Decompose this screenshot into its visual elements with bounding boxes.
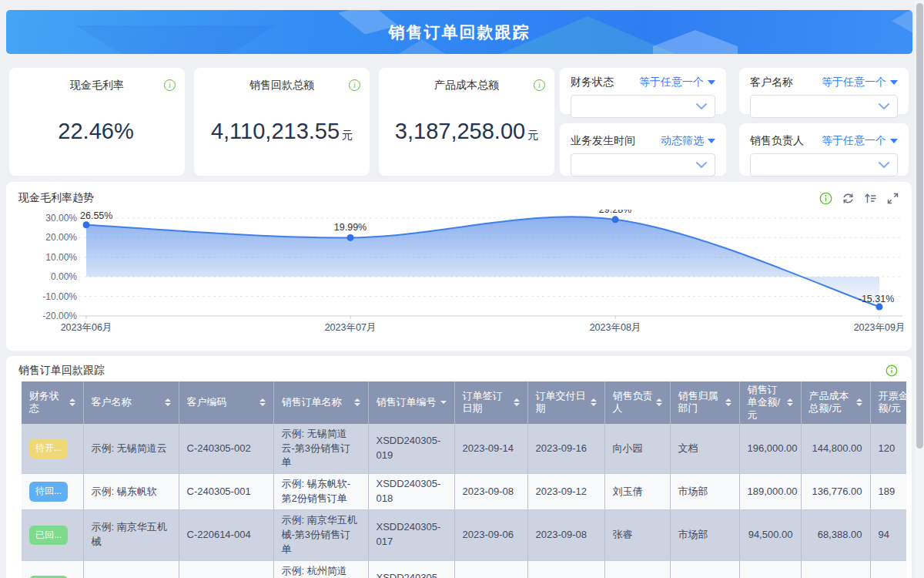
column-label: 订单交付日期 [536, 390, 588, 415]
scrollbar-thumb[interactable] [916, 3, 923, 449]
cell-dept: 市场部 [670, 509, 739, 560]
filter-business-time: 业务发生时间 动态筛选 [560, 123, 726, 176]
column-header-code[interactable]: 客户编码 [179, 381, 273, 424]
cell-cost: 136,776.00 [801, 474, 870, 510]
kpi-title: 产品成本总额 [379, 79, 554, 92]
column-header-cost[interactable]: 产品成本总额/元 [801, 381, 870, 424]
cell-customer: 示例: 无锡简道云 [83, 424, 179, 474]
info-icon[interactable]: i [349, 77, 360, 91]
sort-icon[interactable] [165, 398, 171, 406]
info-icon[interactable] [886, 365, 898, 377]
chart-title: 现金毛利率趋势 [18, 191, 94, 205]
column-label: 销售订单名称 [282, 396, 342, 408]
filter-select[interactable] [750, 95, 898, 118]
cell-owner: 刘玉倩 [604, 474, 670, 510]
cell-dept: 文档 [670, 424, 739, 474]
sort-icon[interactable] [591, 398, 597, 406]
kpi-title: 销售回款总额 [194, 79, 370, 92]
column-label: 销售归属部门 [678, 390, 722, 415]
cell-owner: 向小园 [604, 424, 670, 474]
cell-order_name: 示例: 南京华五机械-第3份销售订单 [273, 509, 368, 560]
column-label: 产品成本总额/元 [809, 390, 853, 415]
filter-select[interactable] [571, 153, 715, 176]
filter-select[interactable] [750, 153, 898, 176]
filter-select[interactable] [571, 95, 715, 118]
sort-icon[interactable] [787, 398, 793, 406]
cell-order_no: XSDD240305-019 [368, 424, 454, 474]
expand-icon[interactable] [886, 192, 899, 205]
svg-text:-20.00%: -20.00% [42, 311, 77, 321]
cell-status: 已回... [22, 509, 83, 560]
cell-code: C-240305-002 [179, 424, 273, 474]
sort-icon[interactable] [725, 398, 732, 406]
orders-table: 财务状态客户名称客户编码销售订单名称销售订单编号订单签订日期订单交付日期销售负责… [22, 381, 906, 578]
cell-code: C-220614-004 [179, 509, 273, 560]
kpi-card-cost-total: 产品成本总额 i 3,187,258.00元 [379, 68, 554, 176]
column-header-customer[interactable]: 客户名称 [83, 381, 179, 424]
svg-text:-10.00%: -10.00% [42, 291, 77, 302]
cell-owner: 庄海乔 [604, 560, 670, 578]
sort-icon[interactable] [69, 398, 75, 406]
sort-icon[interactable] [864, 192, 877, 205]
column-header-sign_date[interactable]: 订单签订日期 [454, 381, 527, 424]
column-header-status[interactable]: 财务状态 [22, 381, 83, 424]
cell-dept: 市场部 [670, 474, 739, 510]
info-icon[interactable]: i [164, 77, 176, 91]
cell-customer: 示例: 杭州简道云 [83, 560, 179, 578]
sort-desc-icon[interactable] [440, 401, 447, 404]
column-header-owner[interactable]: 销售负责人 [604, 381, 670, 424]
sort-icon[interactable] [856, 398, 862, 406]
filter-mode-link[interactable]: 等于任意一个 [639, 76, 715, 89]
table-row: 待开...示例: 无锡简道云C-240305-002示例: 无锡简道云-第3份销… [22, 424, 906, 474]
filter-label: 客户名称 [750, 76, 793, 89]
filter-mode-link[interactable]: 等于任意一个 [822, 134, 898, 148]
filter-mode-link[interactable]: 动态筛选 [661, 134, 715, 148]
cell-sign_date: 2023-08-18 [454, 560, 527, 578]
kpi-value: 22.46% [9, 119, 185, 144]
cell-invoice: 248 [870, 560, 906, 578]
svg-text:2023年09月: 2023年09月 [854, 322, 906, 333]
cell-status: 待回... [22, 474, 83, 510]
kpi-card-payment-total: 销售回款总额 i 4,110,213.55元 [194, 68, 370, 176]
cell-order_no: XSDD240305-016 [368, 560, 454, 578]
sort-icon[interactable] [656, 398, 662, 406]
column-header-order_name[interactable]: 销售订单名称 [273, 381, 368, 424]
cell-delivery_date: 2023-09-16 [527, 424, 604, 474]
chevron-down-icon [696, 162, 707, 168]
sort-icon[interactable] [259, 398, 266, 406]
chevron-down-icon [879, 162, 889, 168]
sort-icon[interactable] [354, 398, 360, 406]
table-row: 已回...示例: 杭州简道云C-240305-004示例: 杭州简道云-第2份销… [22, 560, 906, 578]
cell-code: C-240305-001 [179, 474, 273, 510]
page-scrollbar[interactable] [915, 0, 924, 578]
status-badge: 待回... [29, 482, 68, 501]
cell-cost: 144,800.00 [801, 424, 870, 474]
cell-order_no: XSDD240305-017 [368, 509, 454, 560]
cell-invoice: 189 [870, 474, 906, 510]
page-banner: 销售订单回款跟踪 [6, 10, 912, 54]
column-header-amount[interactable]: 销售订单金额/元 [739, 381, 801, 424]
column-header-dept[interactable]: 销售归属部门 [670, 381, 739, 424]
sort-icon[interactable] [514, 398, 520, 406]
cell-order_name: 示例: 杭州简道云-第2份销售订单 [273, 560, 368, 578]
column-header-delivery_date[interactable]: 订单交付日期 [527, 381, 604, 424]
cell-amount: 189,000.00 [739, 474, 801, 510]
caret-down-icon [708, 80, 715, 85]
info-icon[interactable] [819, 192, 832, 205]
column-header-invoice[interactable]: 开票金额/元 [870, 381, 906, 424]
cell-sign_date: 2023-09-08 [454, 474, 527, 510]
info-icon[interactable]: i [534, 77, 545, 91]
cell-amount: 248,000.00 [739, 560, 801, 578]
table-body: 待开...示例: 无锡简道云C-240305-002示例: 无锡简道云-第3份销… [22, 424, 906, 578]
column-label: 客户名称 [92, 396, 132, 408]
cell-invoice: 120 [870, 424, 906, 474]
refresh-icon[interactable] [842, 192, 855, 205]
cell-order_name: 示例: 锡东帆软-第2份销售订单 [273, 474, 368, 510]
column-label: 销售订单编号 [377, 396, 437, 408]
cash-margin-trend-chart[interactable]: 30.00%20.00%10.00%0.00%-10.00%-20.00%202… [17, 210, 913, 347]
column-label: 订单签订日期 [463, 390, 511, 415]
filter-mode-link[interactable]: 等于任意一个 [822, 76, 898, 89]
column-header-order_no[interactable]: 销售订单编号 [368, 381, 454, 424]
cell-code: C-240305-004 [179, 560, 273, 578]
caret-down-icon [890, 139, 898, 143]
